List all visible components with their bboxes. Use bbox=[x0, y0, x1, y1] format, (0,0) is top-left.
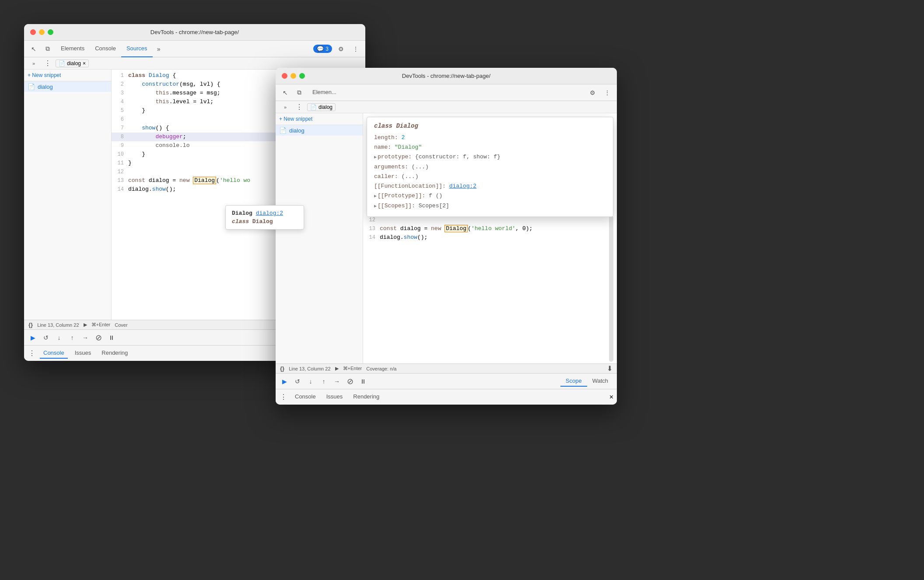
issues-tab-1[interactable]: Issues bbox=[71, 348, 95, 359]
tab-elements-2[interactable]: Elemen... bbox=[307, 84, 342, 101]
file-icon-1: 📄 bbox=[59, 60, 65, 66]
window-title-2: DevTools - chrome://new-tab-page/ bbox=[402, 73, 490, 79]
cursor-icon[interactable]: ↖ bbox=[28, 43, 40, 55]
toolbar-1: ↖ ⧉ Elements Console Sources » 💬 3 ⚙ ⋮ bbox=[24, 41, 365, 57]
status-bar-2: {} Line 13, Column 22 ▶ ⌘+Enter Coverage… bbox=[276, 363, 617, 373]
bottom-menu-icon-2[interactable]: ⋮ bbox=[279, 393, 288, 402]
rendering-tab-2[interactable]: Rendering bbox=[350, 391, 383, 402]
step-btn-1[interactable]: → bbox=[80, 332, 91, 343]
sidebar-item-dialog-1[interactable]: 📄 dialog bbox=[24, 81, 111, 92]
step-btn-2[interactable]: → bbox=[332, 376, 342, 387]
three-dots-sidebar-2[interactable]: ⋮ bbox=[293, 101, 305, 113]
title-bar-2: DevTools - chrome://new-tab-page/ bbox=[276, 68, 617, 84]
scrollbar-2[interactable] bbox=[609, 216, 613, 362]
obj-row-fnlocation: [[FunctionLocation]]: dialog:2 bbox=[374, 182, 606, 191]
settings-icon-1[interactable]: ⚙ bbox=[335, 43, 347, 55]
sidebar-item-dialog-2[interactable]: 📄 dialog bbox=[276, 125, 363, 136]
new-snippet-btn-2[interactable]: + New snippet bbox=[276, 113, 363, 125]
more-tabs-icon-1[interactable]: » bbox=[153, 43, 165, 55]
minimize-button-2[interactable] bbox=[290, 73, 296, 79]
debug-toolbar-2: ▶ ↺ ↓ ↑ → ⊘ ⏸ Scope Watch bbox=[276, 373, 617, 389]
traffic-lights-2 bbox=[282, 73, 305, 79]
more-sidebar-icon-2[interactable]: » bbox=[279, 101, 291, 113]
obj-row-name: name: "Dialog" bbox=[374, 143, 606, 152]
issues-tab-2[interactable]: Issues bbox=[323, 391, 346, 402]
console-tab-1[interactable]: Console bbox=[40, 348, 68, 359]
more-menu-icon-1[interactable]: ⋮ bbox=[350, 43, 362, 55]
resume-btn-2[interactable]: ▶ bbox=[279, 376, 290, 387]
code-editor-2[interactable]: class Dialog length: 2 name: "Dialog" ▶p… bbox=[363, 113, 617, 363]
rendering-tab-1[interactable]: Rendering bbox=[98, 348, 131, 359]
bottom-tabs-2: ⋮ Console Issues Rendering × bbox=[276, 389, 617, 405]
secondary-toolbar-2: » ⋮ 📄 dialog bbox=[276, 101, 617, 113]
tab-console-1[interactable]: Console bbox=[90, 41, 121, 57]
tab-elements-1[interactable]: Elements bbox=[56, 41, 90, 57]
close-button-2[interactable] bbox=[282, 73, 287, 79]
console-tab-2[interactable]: Console bbox=[291, 391, 319, 402]
toolbar-2: ↖ ⧉ Elemen... ⚙ ⋮ bbox=[276, 84, 617, 101]
tab-sources-1[interactable]: Sources bbox=[121, 41, 153, 57]
obj-row-prototype: ▶prototype: {constructor: f, show: f} bbox=[374, 152, 606, 162]
new-snippet-btn-1[interactable]: + New snippet bbox=[24, 70, 111, 81]
title-bar-1: DevTools - chrome://new-tab-page/ bbox=[24, 24, 365, 41]
sidebar-2: + New snippet 📄 dialog bbox=[276, 113, 363, 363]
more-menu-icon-2[interactable]: ⋮ bbox=[601, 87, 613, 99]
code-content-2: 12 13 const dialog = new Dialog('hello w… bbox=[363, 214, 617, 363]
file-tab-2[interactable]: 📄 dialog bbox=[307, 103, 336, 111]
body-2: » ⋮ 📄 dialog + New snippet 📄 dialog bbox=[276, 101, 617, 405]
file-tab-close-1[interactable]: × bbox=[83, 60, 86, 66]
more-sidebar-icon[interactable]: » bbox=[28, 57, 40, 70]
notification-badge-1[interactable]: 💬 3 bbox=[313, 45, 332, 53]
close-bottom-panel-2[interactable]: × bbox=[609, 393, 613, 401]
main-tabs-1: Elements Console Sources » bbox=[56, 41, 165, 57]
object-popup: class Dialog length: 2 name: "Dialog" ▶p… bbox=[367, 117, 613, 217]
watch-tab-2[interactable]: Watch bbox=[587, 376, 613, 387]
obj-row-caller: caller: (...) bbox=[374, 172, 606, 182]
obj-popup-title: class Dialog bbox=[374, 122, 606, 129]
main-tabs-2: Elemen... bbox=[307, 84, 342, 101]
resume-btn-1[interactable]: ▶ bbox=[28, 332, 38, 343]
pause-btn-2[interactable]: ⏸ bbox=[358, 376, 368, 387]
step-into-btn-1[interactable]: ↓ bbox=[54, 332, 64, 343]
code-line-2-14: 14 dialog.show(); bbox=[363, 233, 617, 242]
cursor-icon-2[interactable]: ↖ bbox=[279, 87, 291, 99]
file-tab-1[interactable]: 📄 dialog × bbox=[56, 59, 89, 67]
code-line-2-12: 12 bbox=[363, 216, 617, 224]
bottom-menu-icon-1[interactable]: ⋮ bbox=[28, 349, 36, 358]
layers-icon-2[interactable]: ⧉ bbox=[293, 87, 305, 99]
pause-btn-1[interactable]: ⏸ bbox=[106, 332, 117, 343]
close-button-1[interactable] bbox=[30, 29, 36, 35]
file-icon-2: 📄 bbox=[310, 104, 317, 110]
maximize-button-1[interactable] bbox=[48, 29, 53, 35]
file-snippet-icon-1: 📄 bbox=[28, 83, 35, 90]
layers-icon[interactable]: ⧉ bbox=[42, 43, 54, 55]
step-out-btn-2[interactable]: ↑ bbox=[318, 376, 329, 387]
step-over-btn-2[interactable]: ↺ bbox=[292, 376, 303, 387]
obj-row-proto-chain: ▶[[Prototype]]: f () bbox=[374, 191, 606, 201]
three-dots-sidebar[interactable]: ⋮ bbox=[42, 57, 54, 70]
deactivate-btn-2[interactable]: ⊘ bbox=[345, 376, 355, 387]
step-into-btn-2[interactable]: ↓ bbox=[305, 376, 316, 387]
debug-tabs-2: Scope Watch bbox=[560, 376, 613, 387]
main-layout-2: + New snippet 📄 dialog class Dialog leng… bbox=[276, 113, 617, 363]
devtools-window-2: DevTools - chrome://new-tab-page/ ↖ ⧉ El… bbox=[276, 68, 617, 405]
obj-row-arguments: arguments: (...) bbox=[374, 162, 606, 172]
toolbar-right-2: ⚙ ⋮ bbox=[586, 87, 613, 99]
sidebar-1: + New snippet 📄 dialog bbox=[24, 70, 112, 320]
toolbar-right-1: 💬 3 ⚙ ⋮ bbox=[313, 43, 362, 55]
window-title-1: DevTools - chrome://new-tab-page/ bbox=[150, 29, 239, 35]
traffic-lights-1 bbox=[30, 29, 53, 35]
step-over-btn-1[interactable]: ↺ bbox=[41, 332, 51, 343]
scope-tab-2[interactable]: Scope bbox=[560, 376, 587, 387]
settings-icon-2[interactable]: ⚙ bbox=[586, 87, 598, 99]
obj-row-length: length: 2 bbox=[374, 133, 606, 143]
obj-row-scopes: ▶[[Scopes]]: Scopes[2] bbox=[374, 201, 606, 211]
tooltip-class-label: class Dialog bbox=[232, 218, 298, 225]
maximize-button-2[interactable] bbox=[299, 73, 305, 79]
code-line-2-13: 13 const dialog = new Dialog('hello worl… bbox=[363, 224, 617, 233]
step-out-btn-1[interactable]: ↑ bbox=[67, 332, 77, 343]
file-snippet-icon-2: 📄 bbox=[279, 127, 287, 134]
minimize-button-1[interactable] bbox=[39, 29, 45, 35]
scroll-to-bottom-2[interactable]: ⬇ bbox=[607, 364, 612, 373]
deactivate-btn-1[interactable]: ⊘ bbox=[93, 332, 104, 343]
